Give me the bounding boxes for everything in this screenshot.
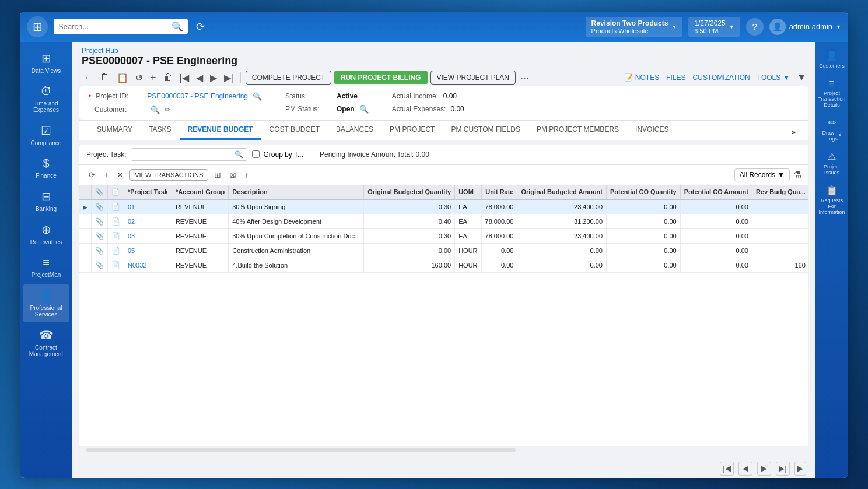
next-button[interactable]: ▶ [208, 71, 219, 85]
tools-button[interactable]: TOOLS ▼ [757, 73, 790, 82]
task-cell[interactable]: 05 [124, 243, 172, 258]
view-plan-button[interactable]: VIEW PROJECT PLAN [430, 71, 516, 85]
col-pot-co-amt[interactable]: Potential CO Amount [680, 185, 752, 199]
tab-tasks[interactable]: TASKS [141, 121, 179, 140]
col-orig-budg-amt[interactable]: Original Budgeted Amount [517, 185, 607, 199]
page-next-button[interactable]: ▶ [757, 462, 771, 476]
back2-button[interactable]: 🗒 [98, 71, 112, 84]
delete-row-button[interactable]: ✕ [114, 169, 126, 181]
refresh-table-button[interactable]: ⟳ [86, 169, 98, 181]
rs-item-project-issues[interactable]: ⚠ Project Issues [817, 147, 846, 179]
breadcrumb[interactable]: Project Hub [82, 47, 806, 55]
help-button[interactable]: ? [746, 18, 764, 36]
task-cell[interactable]: 01 [124, 199, 172, 214]
date-info[interactable]: 1/27/2025 6:50 PM ▼ [688, 17, 740, 37]
page-prev-button[interactable]: ◀ [738, 462, 752, 476]
col-rev-budg-qty[interactable]: Rev Budg Qua... [752, 185, 808, 199]
project-transactions-icon: ≡ [829, 78, 834, 89]
col-pot-co-qty[interactable]: Potential CO Quantity [607, 185, 681, 199]
tab-pm-project-members[interactable]: PM PROJECT MEMBERS [528, 121, 627, 140]
column-picker-button[interactable]: ⊞ [212, 169, 223, 181]
complete-project-button[interactable]: COMPLETE PROJECT [246, 71, 331, 85]
customization-button[interactable]: CUSTOMIZATION [693, 73, 750, 82]
table-row[interactable]: ▶ 📎 📄 01 REVENUE 30% Upon Signing 0.30 E… [79, 199, 808, 214]
first-button[interactable]: |◀ [177, 71, 191, 85]
revision-info[interactable]: Revision Two Products Products Wholesale… [586, 17, 683, 37]
col-orig-budg-qty[interactable]: Original Budgeted Quantity [364, 185, 455, 199]
add-row-button[interactable]: + [102, 169, 111, 181]
sidebar-item-projectman[interactable]: ≡ ProjectMan [23, 251, 69, 283]
add-button[interactable]: + [148, 71, 159, 85]
col-description[interactable]: Description [229, 185, 364, 199]
sidebar-item-receivables[interactable]: ⊕ Receivables [23, 218, 69, 250]
export-button[interactable]: ⊠ [227, 169, 239, 181]
records-dropdown[interactable]: All Records ▼ [734, 168, 790, 181]
delete-button[interactable]: 🗑 [161, 71, 175, 84]
sidebar-item-data-views[interactable]: ⊞ Data Views [23, 47, 69, 79]
table-row[interactable]: 📎 📄 02 REVENUE 40% After Design Developm… [79, 214, 808, 228]
clipboard-button[interactable]: 📋 [114, 71, 131, 85]
tab-summary[interactable]: SUMMARY [89, 121, 141, 140]
pot-co-amt-cell: 0.00 [680, 258, 752, 272]
back-button[interactable]: ← [82, 71, 96, 84]
search-input[interactable] [58, 22, 168, 31]
col-project-task[interactable]: *Project Task [124, 185, 172, 199]
notes-button[interactable]: 📝 NOTES [624, 73, 659, 82]
customer-edit-button[interactable]: ✏ [164, 105, 170, 114]
page-collapse-button[interactable]: ▶ [794, 462, 806, 476]
task-cell[interactable]: 03 [124, 228, 172, 243]
sidebar-item-compliance[interactable]: ☑ Compliance [23, 119, 69, 151]
rs-item-drawing-logs[interactable]: ✏ Drawing Logs [817, 114, 846, 145]
last-button[interactable]: ▶| [222, 71, 236, 85]
page-first-button[interactable]: |◀ [720, 462, 734, 476]
files-button[interactable]: FILES [666, 73, 685, 82]
project-id-value[interactable]: PSE0000007 - PSE Engineering [147, 92, 248, 100]
user-info[interactable]: 👤 admin admin ▼ [769, 19, 841, 35]
prev-button[interactable]: ◀ [194, 71, 205, 85]
task-cell[interactable]: 02 [124, 214, 172, 228]
col-uom[interactable]: UOM [455, 185, 481, 199]
tab-pm-custom-fields[interactable]: PM CUSTOM FIELDS [443, 121, 528, 140]
sidebar-item-professional-services[interactable]: 👤 Professional Services [23, 284, 69, 322]
more-options-button[interactable]: ··· [518, 71, 531, 85]
table-row[interactable]: 📎 📄 N0032 REVENUE 4.Build the Solution 1… [79, 258, 808, 272]
project-task-search-icon[interactable]: 🔍 [235, 150, 243, 159]
tab-balances[interactable]: BALANCES [328, 121, 382, 140]
table-row[interactable]: 📎 📄 05 REVENUE Construction Administrati… [79, 243, 808, 258]
sidebar-item-time-expenses[interactable]: ⏱ Time and Expenses [23, 80, 69, 118]
undo-button[interactable]: ↺ [133, 71, 145, 85]
project-id-search-button[interactable]: 🔍 [253, 92, 262, 101]
rs-item-customers[interactable]: 👤 Customers [817, 47, 846, 72]
orig-budg-qty-cell: 160.00 [364, 258, 455, 272]
group-by-checkbox[interactable] [252, 150, 260, 158]
pm-status-search-button[interactable]: 🔍 [359, 105, 369, 114]
search-icon[interactable]: 🔍 [172, 21, 183, 32]
filter-button[interactable]: ⚗ [793, 169, 802, 180]
task-cell[interactable]: N0032 [124, 258, 172, 272]
table-row[interactable]: 📎 📄 03 REVENUE 30% Upon Completion of Co… [79, 228, 808, 243]
rs-item-requests-info[interactable]: 📋 Requests For Information [817, 181, 846, 219]
page-last-button[interactable]: ▶| [776, 462, 790, 476]
row-expand-button[interactable]: ▶ [83, 204, 88, 210]
run-billing-button[interactable]: RUN PROJECT BILLING [334, 71, 428, 84]
tab-pm-project[interactable]: PM PROJECT [382, 121, 443, 140]
view-transactions-button[interactable]: VIEW TRANSACTIONS [130, 169, 208, 181]
sidebar-item-banking[interactable]: ⊟ Banking [23, 185, 69, 217]
status-row: Status: Active [285, 92, 369, 100]
col-unit-rate[interactable]: Unit Rate [481, 185, 517, 199]
logo-button[interactable]: ⊞ [27, 16, 48, 37]
history-button[interactable]: ⟳ [194, 19, 207, 34]
upload-button[interactable]: ↑ [242, 169, 251, 181]
expand-collapse-button[interactable]: ▼ [797, 72, 806, 83]
tab-cost-budget[interactable]: COST BUDGET [261, 121, 328, 140]
rs-item-project-transactions[interactable]: ≡ Project Transaction Details [817, 75, 846, 111]
tab-invoices[interactable]: INVOICES [627, 121, 677, 140]
sidebar-item-finance[interactable]: $ Finance [23, 152, 69, 184]
project-task-input[interactable] [135, 151, 234, 158]
col-account-group[interactable]: *Account Group [172, 185, 228, 199]
horizontal-scrollbar[interactable] [86, 448, 516, 452]
tab-revenue-budget[interactable]: REVENUE BUDGET [180, 121, 261, 140]
sidebar-item-contract-management[interactable]: ☎ Contract Management [23, 323, 69, 362]
customer-search-button[interactable]: 🔍 [150, 105, 160, 114]
tab-overflow-button[interactable]: » [788, 125, 799, 140]
